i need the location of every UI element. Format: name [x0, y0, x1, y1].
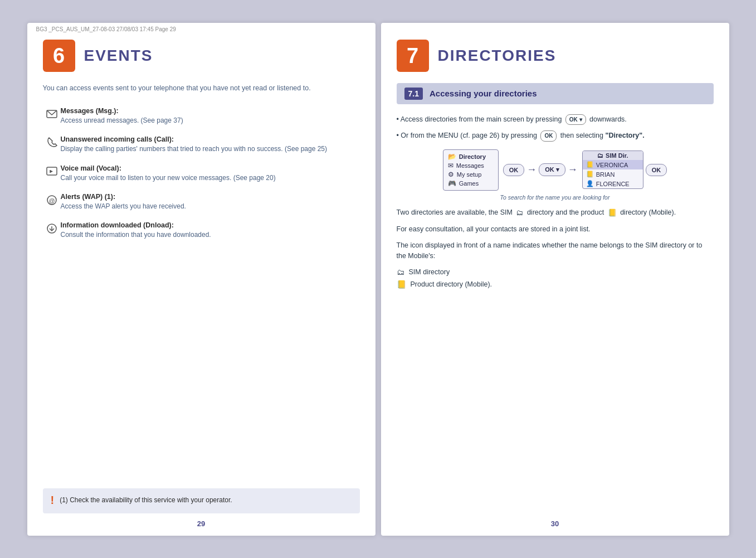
- access-text-1a: • Access directories from the main scree…: [397, 115, 562, 123]
- sim-header: 🗂 SIM Dir.: [583, 151, 643, 160]
- chapter-number-box-left: 6: [43, 40, 75, 72]
- access-text-1: • Access directories from the main scree…: [397, 114, 714, 125]
- sim-menu-group: 🗂 SIM Dir. 📒 VERONICA 📒 BRIAN 👤 FLORENCE: [582, 151, 667, 189]
- menu-label-messages: Messages: [456, 162, 484, 169]
- para-directories-a: Two directories are available, the SIM: [397, 208, 513, 216]
- event-title-calls: Unanswered incoming calls (Call):: [61, 135, 360, 143]
- messages-menu-icon: ✉: [448, 162, 453, 169]
- chapter-number-right: 7: [407, 45, 418, 66]
- chapter-number-box-right: 7: [397, 40, 429, 72]
- product-dir-icon: 📒: [397, 280, 406, 289]
- voicemail-icon: [43, 164, 61, 178]
- mobile-inline-icon: 📒: [608, 208, 617, 217]
- menu-label-games: Games: [459, 180, 479, 187]
- alerts-icon: @: [43, 193, 61, 206]
- access-text-2a: • Or from the MENU (cf. page 26) by pres…: [397, 132, 537, 139]
- event-title-voicemail: Voice mail (Vocal):: [61, 164, 360, 172]
- event-content-messages: Messages (Msg.): Access unread messages.…: [61, 107, 360, 125]
- event-desc-alerts: Access the WAP alerts you have received.: [61, 202, 360, 211]
- arrow-icon-2: →: [568, 164, 578, 176]
- sim-label-florence: FLORENCE: [596, 181, 630, 187]
- directory-types: 🗂 SIM directory 📒 Product directory (Mob…: [397, 268, 714, 289]
- chapter-header-right: 7 DIRECTORIES: [397, 40, 714, 72]
- doc-header: BG3 _PCS_AUS_UM_27-08-03 27/08/03 17:45 …: [36, 26, 367, 32]
- diagram-container: 📂 Directory ✉ Messages ⚙ My setup 🎮 Game…: [397, 149, 714, 191]
- sim-row-florence: 👤 FLORENCE: [583, 179, 643, 188]
- event-item-voicemail: Voice mail (Vocal): Call your voice mail…: [43, 164, 360, 183]
- sim-header-icon: 🗂: [597, 152, 603, 159]
- sim-inline-icon: 🗂: [516, 208, 523, 217]
- download-icon: [43, 221, 61, 235]
- access-text-2b: then selecting: [560, 132, 603, 139]
- note-bang-icon: !: [51, 494, 55, 507]
- diagram-controls: OK → OK ▾ →: [503, 163, 578, 176]
- chapter-number-left: 6: [53, 45, 65, 66]
- event-item-alerts: @ Alerts (WAP) (1): Access the WAP alert…: [43, 193, 360, 211]
- access-text-2c: "Directory".: [605, 132, 644, 139]
- directory-menu-icon: 📂: [448, 153, 456, 161]
- section-title: Accessing your directories: [430, 89, 537, 98]
- chapter-title-right: DIRECTORIES: [438, 47, 557, 65]
- sim-row-brian: 📒 BRIAN: [583, 169, 643, 179]
- menu-item-mysetup: ⚙ My setup: [448, 170, 494, 179]
- chapter-title-left: EVENTS: [84, 47, 153, 65]
- event-item-messages: Messages (Msg.): Access unread messages.…: [43, 107, 360, 125]
- games-menu-icon: 🎮: [448, 179, 456, 187]
- sim-icon-florence: 👤: [586, 180, 594, 187]
- page-number-right: 30: [381, 520, 729, 528]
- para-directories: Two directories are available, the SIM 🗂…: [397, 207, 714, 219]
- access-text-1b: downwards.: [589, 115, 627, 123]
- event-item-download: Information downloaded (Dnload): Consult…: [43, 221, 360, 240]
- menu-label-mysetup: My setup: [457, 171, 482, 178]
- sim-icon-brian: 📒: [586, 171, 594, 178]
- page-number-left: 29: [27, 520, 375, 528]
- menu-label-directory: Directory: [459, 153, 486, 160]
- sim-directory-item: 🗂 SIM directory: [397, 268, 714, 276]
- phone-menu: 📂 Directory ✉ Messages ⚙ My setup 🎮 Game…: [443, 149, 499, 191]
- sim-header-label: SIM Dir.: [606, 152, 628, 159]
- product-directory-item: 📒 Product directory (Mobile).: [397, 280, 714, 289]
- event-title-alerts: Alerts (WAP) (1):: [61, 193, 360, 201]
- event-desc-voicemail: Call your voice mail to listen to your n…: [61, 173, 360, 183]
- event-title-download: Information downloaded (Dnload):: [61, 221, 360, 229]
- sim-dir-icon: 🗂: [397, 268, 404, 276]
- ok-button-2[interactable]: OK ▾: [539, 163, 565, 176]
- event-item-calls: Unanswered incoming calls (Call): Displa…: [43, 135, 360, 154]
- mysetup-menu-icon: ⚙: [448, 171, 454, 178]
- ok-button-1[interactable]: OK: [503, 164, 525, 176]
- event-title-messages: Messages (Msg.):: [61, 107, 360, 115]
- para-icon-info: The icon displayed in front of a name in…: [397, 240, 714, 262]
- section-number: 7.1: [404, 88, 423, 100]
- menu-item-games: 🎮 Games: [448, 179, 494, 188]
- event-content-alerts: Alerts (WAP) (1): Access the WAP alerts …: [61, 193, 360, 211]
- sim-menu: 🗂 SIM Dir. 📒 VERONICA 📒 BRIAN 👤 FLORENCE: [582, 151, 643, 189]
- para-directories-b: directory and the product: [527, 208, 604, 216]
- messages-icon: [43, 107, 61, 120]
- svg-text:@: @: [48, 197, 55, 204]
- menu-item-directory: 📂 Directory: [448, 152, 494, 161]
- event-content-download: Information downloaded (Dnload): Consult…: [61, 221, 360, 240]
- event-content-voicemail: Voice mail (Vocal): Call your voice mail…: [61, 164, 360, 183]
- calls-icon: [43, 135, 61, 149]
- menu-item-messages: ✉ Messages: [448, 161, 494, 170]
- right-page: 7 DIRECTORIES 7.1 Accessing your directo…: [381, 23, 729, 536]
- diagram-caption: To search for the name you are looking f…: [397, 194, 714, 201]
- ok-icon-inline2: OK: [540, 130, 557, 142]
- left-page: BG3 _PCS_AUS_UM_27-08-03 27/08/03 17:45 …: [27, 23, 375, 536]
- sim-row-veronica: 📒 VERONICA: [583, 160, 643, 169]
- event-desc-calls: Display the calling parties' numbers tha…: [61, 144, 360, 154]
- note-text: (1) Check the availability of this servi…: [60, 495, 232, 505]
- sim-label-brian: BRIAN: [596, 171, 615, 178]
- bottom-note: ! (1) Check the availability of this ser…: [43, 488, 360, 513]
- sim-label-veronica: VERONICA: [596, 162, 628, 168]
- event-desc-download: Consult the information that you have do…: [61, 230, 360, 240]
- access-text-2: • Or from the MENU (cf. page 26) by pres…: [397, 130, 714, 142]
- sim-dir-label: SIM directory: [409, 268, 450, 276]
- ok-button-3[interactable]: OK: [646, 164, 667, 176]
- intro-text: You can access events sent to your telep…: [43, 83, 360, 94]
- ok-icon-inline: OK ▾: [565, 114, 586, 125]
- para-contacts: For easy consultation, all your contacts…: [397, 224, 714, 235]
- para-directories-c: directory (Mobile).: [620, 208, 676, 216]
- chapter-header-left: 6 EVENTS: [43, 40, 360, 72]
- section-header: 7.1 Accessing your directories: [397, 83, 714, 104]
